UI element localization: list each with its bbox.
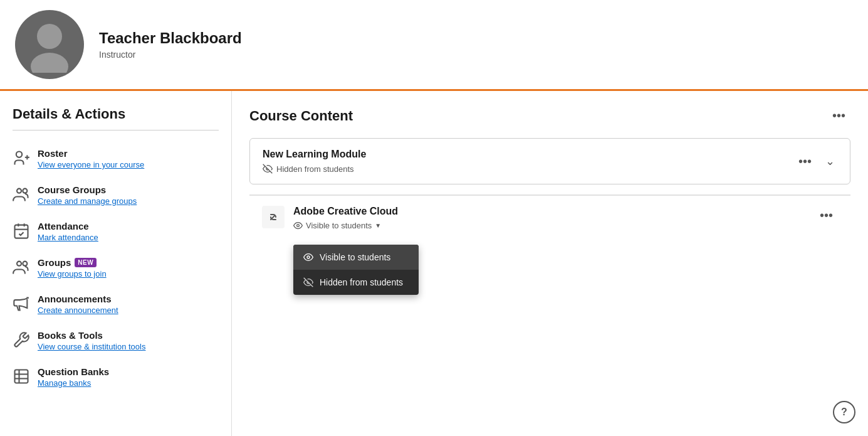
content-area: Course Content ••• New Learning Module H…	[232, 91, 868, 436]
sidebar-title: Details & Actions	[13, 106, 219, 130]
sidebar-groups-link[interactable]: View groups to join	[38, 269, 107, 279]
hidden-eye-icon	[263, 164, 273, 174]
svg-point-6	[23, 189, 27, 193]
avatar	[15, 10, 84, 79]
svg-point-1	[31, 53, 68, 73]
content-item-left: Adobe Creative Cloud Visible to students…	[262, 206, 398, 230]
module-title: New Learning Module	[263, 149, 366, 160]
user-name: Teacher Blackboard	[99, 29, 242, 47]
sidebar-item-announcements[interactable]: Announcements Create announcement	[13, 286, 219, 322]
sidebar-item-question-banks[interactable]: Question Banks Manage banks	[13, 359, 219, 395]
svg-point-12	[23, 262, 27, 266]
visibility-dropdown-menu: Visible to students Hidden from students	[293, 245, 419, 295]
visible-eye-icon	[303, 252, 313, 262]
question-banks-icon	[13, 368, 30, 385]
link-icon	[262, 206, 285, 228]
sidebar-item-groups[interactable]: Groups NEW View groups to join	[13, 250, 219, 286]
content-item-adobe: Adobe Creative Cloud Visible to students…	[249, 195, 850, 240]
sidebar-question-banks-label: Question Banks	[38, 366, 109, 377]
adobe-item-more-button[interactable]: •••	[815, 206, 838, 225]
sidebar-course-groups-label: Course Groups	[38, 184, 137, 195]
sidebar-groups-label: Groups NEW	[38, 257, 107, 268]
visibility-dropdown[interactable]: Visible to students ▼ Visible to student…	[293, 221, 398, 230]
module-more-button[interactable]: •••	[793, 152, 817, 171]
adobe-title: Adobe Creative Cloud	[293, 206, 398, 217]
module-status: Hidden from students	[263, 164, 366, 174]
sidebar-attendance-link[interactable]: Mark attendance	[38, 233, 98, 242]
announcements-icon	[13, 295, 30, 312]
attendance-icon	[13, 222, 30, 240]
sidebar-item-books-tools[interactable]: Books & Tools View course & institution …	[13, 322, 219, 359]
sidebar: Details & Actions Roster View everyone i…	[0, 91, 232, 436]
help-button[interactable]: ?	[833, 401, 855, 423]
sidebar-item-attendance[interactable]: Attendance Mark attendance	[13, 213, 219, 250]
svg-point-0	[37, 24, 62, 49]
module-card-right: ••• ⌄	[793, 152, 837, 171]
sidebar-roster-label: Roster	[38, 148, 144, 159]
sidebar-announcements-label: Announcements	[38, 294, 118, 304]
svg-point-2	[16, 152, 22, 157]
sidebar-question-banks-link[interactable]: Manage banks	[38, 378, 109, 388]
sidebar-item-roster[interactable]: Roster View everyone in your course	[13, 141, 219, 177]
module-expand-button[interactable]: ⌄	[823, 152, 837, 171]
svg-rect-13	[15, 370, 28, 383]
svg-rect-7	[15, 225, 28, 238]
svg-point-5	[17, 189, 21, 193]
new-badge: NEW	[75, 258, 97, 267]
roster-icon	[13, 149, 30, 167]
dropdown-caret: ▼	[375, 222, 381, 229]
content-more-button[interactable]: •••	[827, 106, 850, 125]
content-item-info: Adobe Creative Cloud Visible to students…	[293, 206, 398, 230]
main-layout: Details & Actions Roster View everyone i…	[0, 91, 868, 436]
groups-icon	[13, 258, 30, 276]
tools-icon	[13, 331, 30, 349]
sidebar-course-groups-link[interactable]: Create and manage groups	[38, 196, 137, 206]
content-header: Course Content •••	[249, 106, 850, 125]
course-groups-icon	[13, 186, 30, 203]
hidden-eye-option-icon	[303, 277, 313, 287]
svg-point-20	[307, 256, 310, 258]
sidebar-item-course-groups[interactable]: Course Groups Create and manage groups	[13, 177, 219, 213]
sidebar-attendance-label: Attendance	[38, 221, 98, 231]
module-card: New Learning Module Hidden from students…	[249, 138, 850, 184]
header-info: Teacher Blackboard Instructor	[99, 29, 242, 60]
eye-icon	[293, 221, 303, 230]
dropdown-option-visible[interactable]: Visible to students	[293, 245, 419, 270]
sidebar-books-tools-label: Books & Tools	[38, 330, 145, 341]
content-title: Course Content	[249, 108, 353, 124]
sidebar-books-tools-link[interactable]: View course & institution tools	[38, 342, 145, 351]
svg-point-19	[297, 225, 300, 227]
user-role: Instructor	[99, 50, 242, 60]
svg-point-11	[17, 262, 21, 266]
sidebar-roster-link[interactable]: View everyone in your course	[38, 160, 144, 169]
header: Teacher Blackboard Instructor	[0, 0, 868, 91]
sidebar-announcements-link[interactable]: Create announcement	[38, 306, 118, 315]
dropdown-option-hidden[interactable]: Hidden from students	[293, 270, 419, 295]
